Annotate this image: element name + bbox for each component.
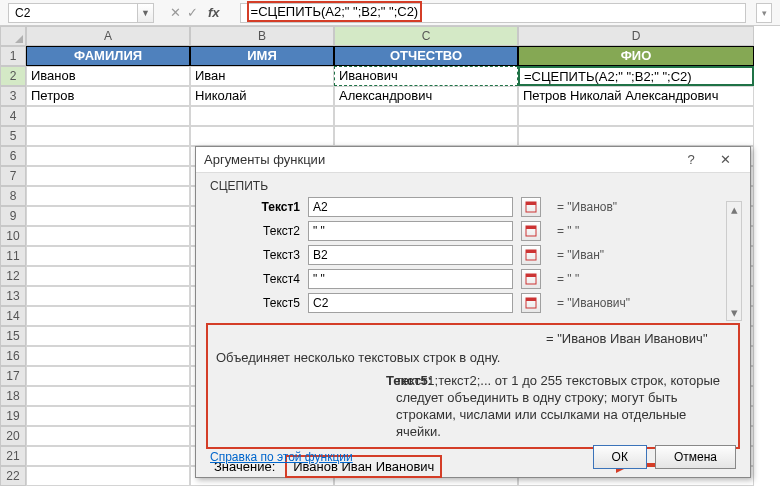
row-head-11[interactable]: 11 bbox=[0, 246, 26, 266]
cell-D1[interactable]: ФИО bbox=[518, 46, 754, 66]
row-head-19[interactable]: 19 bbox=[0, 406, 26, 426]
enter-icon[interactable]: ✓ bbox=[187, 5, 198, 20]
arg-input-1[interactable] bbox=[308, 197, 513, 217]
col-head-D[interactable]: D bbox=[518, 26, 754, 46]
cell-empty[interactable] bbox=[26, 306, 190, 326]
cell-empty[interactable] bbox=[518, 106, 754, 126]
cell-empty[interactable] bbox=[26, 366, 190, 386]
range-picker-icon[interactable] bbox=[521, 269, 541, 289]
row-head-8[interactable]: 8 bbox=[0, 186, 26, 206]
cell-empty[interactable] bbox=[26, 406, 190, 426]
row-head-3[interactable]: 3 bbox=[0, 86, 26, 106]
name-box-input[interactable] bbox=[8, 3, 138, 23]
col-head-A[interactable]: A bbox=[26, 26, 190, 46]
formula-bar-buttons: ✕ ✓ fx bbox=[164, 5, 230, 20]
range-picker-icon[interactable] bbox=[521, 293, 541, 313]
cell-C3[interactable]: Александрович bbox=[334, 86, 518, 106]
row-head-21[interactable]: 21 bbox=[0, 446, 26, 466]
range-picker-icon[interactable] bbox=[521, 245, 541, 265]
col-head-B[interactable]: B bbox=[190, 26, 334, 46]
cell-empty[interactable] bbox=[518, 126, 754, 146]
expand-formula-bar-icon[interactable]: ▾ bbox=[756, 3, 772, 23]
arg-input-2[interactable] bbox=[308, 221, 513, 241]
cell-A1[interactable]: ФАМИЛИЯ bbox=[26, 46, 190, 66]
ok-button[interactable]: ОК bbox=[593, 445, 647, 469]
cell-D3[interactable]: Петров Николай Александрович bbox=[518, 86, 754, 106]
cell-empty[interactable] bbox=[26, 466, 190, 486]
range-picker-icon[interactable] bbox=[521, 221, 541, 241]
dialog-footer: Справка по этой функции ОК Отмена bbox=[196, 437, 750, 477]
row-head-9[interactable]: 9 bbox=[0, 206, 26, 226]
cell-empty[interactable] bbox=[26, 446, 190, 466]
row-head-6[interactable]: 6 bbox=[0, 146, 26, 166]
row-head-22[interactable]: 22 bbox=[0, 466, 26, 486]
name-box-dropdown[interactable]: ▼ bbox=[138, 3, 154, 23]
arg-input-4[interactable] bbox=[308, 269, 513, 289]
help-button[interactable]: ? bbox=[674, 149, 708, 171]
row-head-16[interactable]: 16 bbox=[0, 346, 26, 366]
arg-eval: = "Иванов" bbox=[549, 200, 617, 214]
cell-B1[interactable]: ИМЯ bbox=[190, 46, 334, 66]
row-head-20[interactable]: 20 bbox=[0, 426, 26, 446]
cell-empty[interactable] bbox=[190, 126, 334, 146]
formula-input[interactable]: =СЦЕПИТЬ(A2;" ";B2;" ";C2) bbox=[240, 3, 746, 23]
cell-empty[interactable] bbox=[26, 246, 190, 266]
cell-A2[interactable]: Иванов bbox=[26, 66, 190, 86]
cell-empty[interactable] bbox=[26, 226, 190, 246]
arg-input-5[interactable] bbox=[308, 293, 513, 313]
cell-empty[interactable] bbox=[26, 386, 190, 406]
cell-A3[interactable]: Петров bbox=[26, 86, 190, 106]
arg-label: Текст2 bbox=[210, 224, 300, 238]
fx-icon[interactable]: fx bbox=[204, 5, 224, 20]
cell-B3[interactable]: Николай bbox=[190, 86, 334, 106]
cell-empty[interactable] bbox=[26, 186, 190, 206]
cell-empty[interactable] bbox=[26, 126, 190, 146]
cell-empty[interactable] bbox=[334, 106, 518, 126]
cell-empty[interactable] bbox=[26, 206, 190, 226]
cell-empty[interactable] bbox=[26, 266, 190, 286]
svg-rect-3 bbox=[526, 226, 536, 229]
cell-C1[interactable]: ОТЧЕСТВО bbox=[334, 46, 518, 66]
cell-D2[interactable]: =СЦЕПИТЬ(A2;" ";B2;" ";C2) bbox=[518, 66, 754, 86]
cell-B2[interactable]: Иван bbox=[190, 66, 334, 86]
cell-empty[interactable] bbox=[26, 166, 190, 186]
cell-empty[interactable] bbox=[26, 106, 190, 126]
args-scrollbar[interactable]: ▴▾ bbox=[726, 201, 742, 321]
row-head-14[interactable]: 14 bbox=[0, 306, 26, 326]
cell-empty[interactable] bbox=[190, 106, 334, 126]
row-head-5[interactable]: 5 bbox=[0, 126, 26, 146]
arg-eval: = " " bbox=[549, 224, 579, 238]
cell-empty[interactable] bbox=[26, 326, 190, 346]
spreadsheet-grid: A B C D 1 ФАМИЛИЯ ИМЯ ОТЧЕСТВО ФИО 2 Ива… bbox=[0, 26, 780, 106]
cell-empty[interactable] bbox=[26, 346, 190, 366]
dialog-title-bar[interactable]: Аргументы функции ? ✕ bbox=[196, 147, 750, 173]
row-head-2[interactable]: 2 bbox=[0, 66, 26, 86]
arg-row-3: Текст3= "Иван" bbox=[210, 243, 736, 267]
row-head-17[interactable]: 17 bbox=[0, 366, 26, 386]
cell-empty[interactable] bbox=[26, 426, 190, 446]
row-head-15[interactable]: 15 bbox=[0, 326, 26, 346]
col-head-C[interactable]: C bbox=[334, 26, 518, 46]
arg-input-3[interactable] bbox=[308, 245, 513, 265]
row-head-4[interactable]: 4 bbox=[0, 106, 26, 126]
cell-empty[interactable] bbox=[334, 126, 518, 146]
cancel-icon[interactable]: ✕ bbox=[170, 5, 181, 20]
range-picker-icon[interactable] bbox=[521, 197, 541, 217]
row-head-12[interactable]: 12 bbox=[0, 266, 26, 286]
result-preview: = "Иванов Иван Иванович" bbox=[216, 331, 730, 346]
row-head-1[interactable]: 1 bbox=[0, 46, 26, 66]
row-head-7[interactable]: 7 bbox=[0, 166, 26, 186]
cell-C2-selected[interactable]: Иванович bbox=[334, 66, 518, 86]
arg-eval: = " " bbox=[549, 272, 579, 286]
svg-rect-7 bbox=[526, 274, 536, 277]
cancel-button[interactable]: Отмена bbox=[655, 445, 736, 469]
select-all-corner[interactable] bbox=[0, 26, 26, 46]
row-head-13[interactable]: 13 bbox=[0, 286, 26, 306]
cell-empty[interactable] bbox=[26, 286, 190, 306]
row-head-10[interactable]: 10 bbox=[0, 226, 26, 246]
arg-row-2: Текст2= " " bbox=[210, 219, 736, 243]
close-button[interactable]: ✕ bbox=[708, 149, 742, 171]
cell-empty[interactable] bbox=[26, 146, 190, 166]
help-link[interactable]: Справка по этой функции bbox=[210, 450, 353, 464]
row-head-18[interactable]: 18 bbox=[0, 386, 26, 406]
